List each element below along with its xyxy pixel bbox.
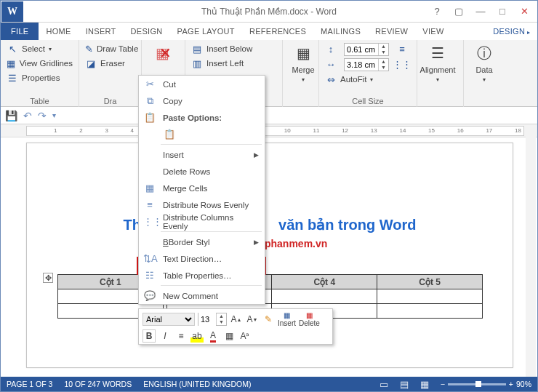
comment-icon: 💬 bbox=[143, 290, 156, 301]
menu-copy[interactable]: ⧉Copy bbox=[139, 92, 265, 109]
tab-view[interactable]: VIEW bbox=[415, 23, 451, 40]
mini-insert-button[interactable]: ▦Insert bbox=[278, 311, 296, 327]
save-icon[interactable]: 💾 bbox=[5, 110, 17, 121]
menu-distribute-cols[interactable]: ⋮⋮Distribute Columns Evenly bbox=[139, 213, 265, 230]
table-move-handle[interactable]: ✥ bbox=[43, 273, 53, 283]
maximize-button[interactable]: □ bbox=[492, 4, 513, 20]
help-icon[interactable]: ? bbox=[427, 4, 447, 20]
view-gridlines-button[interactable]: ▦View Gridlines bbox=[7, 57, 73, 69]
borders-button[interactable]: ▦ bbox=[222, 329, 236, 343]
group-label: Table bbox=[7, 97, 73, 107]
menu-paste-options: 📋Paste Options: bbox=[139, 109, 265, 126]
group-merge: ▦Merge▾ bbox=[283, 40, 319, 107]
distribute-rows-icon[interactable]: ≡ bbox=[396, 43, 408, 55]
eraser-button[interactable]: ◪Eraser bbox=[85, 57, 135, 69]
qat-customize-icon[interactable]: ▾ bbox=[52, 111, 56, 119]
tab-page-layout[interactable]: PAGE LAYOUT bbox=[170, 23, 242, 40]
zoom-in-icon[interactable]: + bbox=[509, 380, 513, 388]
context-menu: ✂Cut ⧉Copy 📋Paste Options: 📋 Insert▶ Del… bbox=[138, 75, 265, 305]
alignment-dropdown[interactable]: ☰Alignment▾ bbox=[423, 43, 452, 83]
tab-tools-design[interactable]: DESIGN ▸ bbox=[486, 23, 537, 40]
dist-cols-icon: ⋮⋮ bbox=[143, 216, 156, 227]
merge-icon: ▦ bbox=[293, 43, 313, 63]
select-button[interactable]: ↖Select▾ bbox=[7, 43, 73, 55]
dist-rows-icon: ≡ bbox=[143, 199, 156, 210]
properties-button[interactable]: ☰Properties bbox=[7, 72, 73, 84]
menu-cut[interactable]: ✂Cut bbox=[139, 76, 265, 92]
autofit-button[interactable]: ⇔AutoFit▾ bbox=[325, 73, 411, 85]
tab-review[interactable]: REVIEW bbox=[368, 23, 415, 40]
zoom-control[interactable]: − + 90% bbox=[441, 380, 531, 388]
increase-font-icon[interactable]: A▲ bbox=[230, 313, 243, 326]
group-data: ⓘData▾ bbox=[464, 40, 499, 107]
print-layout-icon[interactable]: ▤ bbox=[400, 379, 409, 390]
minimize-button[interactable]: — bbox=[470, 4, 491, 20]
menu-paste-default[interactable]: 📋 bbox=[139, 126, 265, 143]
paste-icon: 📋 bbox=[143, 112, 156, 123]
redo-icon[interactable]: ↷ bbox=[38, 110, 47, 121]
tab-home[interactable]: HOME bbox=[39, 23, 78, 40]
insert-left-button[interactable]: ▥Insert Left bbox=[191, 57, 276, 69]
properties-icon: ☰ bbox=[7, 72, 18, 84]
font-family-select[interactable]: Arial bbox=[142, 313, 195, 326]
vertical-scrollbar[interactable] bbox=[526, 124, 536, 377]
tab-design[interactable]: DESIGN bbox=[124, 23, 170, 40]
menu-delete-rows[interactable]: Delete Rows bbox=[139, 163, 265, 180]
row-height-input[interactable]: ▲▼ bbox=[344, 43, 389, 56]
italic-button[interactable]: I bbox=[158, 329, 172, 343]
menu-text-direction[interactable]: ⇅AText Direction… bbox=[139, 250, 265, 267]
undo-icon[interactable]: ↶ bbox=[23, 110, 32, 121]
data-dropdown[interactable]: ⓘData▾ bbox=[470, 43, 499, 83]
draw-table-button[interactable]: ✎Draw Table bbox=[85, 43, 135, 55]
read-mode-icon[interactable]: ▭ bbox=[380, 379, 388, 390]
font-color-button[interactable]: A bbox=[206, 329, 220, 343]
zoom-out-icon[interactable]: − bbox=[441, 380, 445, 388]
decrease-font-icon[interactable]: A▼ bbox=[246, 313, 259, 326]
tab-mailings[interactable]: MAILINGS bbox=[313, 23, 368, 40]
document-heading: Tha xxxxxxxxxxxxxxx văn bản trong Word bbox=[27, 216, 513, 233]
distribute-cols-icon[interactable]: ⋮⋮ bbox=[396, 58, 408, 70]
ribbon-toggle-icon[interactable]: ▢ bbox=[449, 4, 469, 20]
window-title: Thủ Thuật Phần Mềm.docx - Word bbox=[201, 7, 337, 17]
bold-button[interactable]: B bbox=[142, 329, 156, 343]
zoom-level[interactable]: 90% bbox=[516, 380, 531, 388]
menu-border-styles[interactable]: BBorder Styl▶ bbox=[139, 233, 265, 250]
data-icon: ⓘ bbox=[474, 43, 494, 63]
col-width-input[interactable]: ▲▼ bbox=[344, 58, 389, 71]
zoom-slider[interactable] bbox=[448, 383, 506, 385]
word-count[interactable]: 10 OF 247 WORDS bbox=[64, 380, 132, 388]
table-row: Cột 1 Cột 3 Cột 4 Cột 5 bbox=[58, 275, 483, 289]
delete-dropdown[interactable]: ▦✕ bbox=[149, 43, 178, 63]
page-indicator[interactable]: PAGE 1 OF 3 bbox=[7, 380, 52, 388]
mini-delete-button[interactable]: ▦Delete bbox=[299, 311, 320, 327]
height-icon: ↕ bbox=[325, 43, 337, 55]
align-button[interactable]: ≡ bbox=[174, 329, 188, 343]
group-alignment: ☰Alignment▾ bbox=[417, 40, 464, 107]
tab-references[interactable]: REFERENCES bbox=[242, 23, 313, 40]
clipboard-icon: 📋 bbox=[163, 129, 176, 140]
properties-icon: ☷ bbox=[143, 270, 156, 281]
styles-button[interactable]: Aᵃ bbox=[238, 329, 252, 343]
menu-table-properties[interactable]: ☷Table Properties… bbox=[139, 267, 265, 284]
tab-insert[interactable]: INSERT bbox=[79, 23, 124, 40]
insert-below-button[interactable]: ▤Insert Below bbox=[191, 43, 276, 55]
close-button[interactable]: ✕ bbox=[514, 4, 534, 20]
menu-distribute-rows[interactable]: ≡Distribute Rows Evenly bbox=[139, 196, 265, 213]
highlight-button[interactable]: ab bbox=[190, 329, 204, 343]
horizontal-ruler[interactable]: 123456789101112131415161718 bbox=[1, 124, 537, 137]
grid-icon: ▦ bbox=[7, 57, 16, 69]
delete-table-icon: ▦✕ bbox=[153, 43, 174, 63]
menu-insert[interactable]: Insert▶ bbox=[139, 146, 265, 163]
menu-new-comment[interactable]: 💬New Comment bbox=[139, 287, 265, 304]
document-subheading: - thuthuatphanmem.vn bbox=[27, 238, 513, 249]
font-size-input[interactable]: ▲▼ bbox=[198, 313, 227, 326]
format-painter-icon[interactable]: ✎ bbox=[262, 313, 275, 326]
language-indicator[interactable]: ENGLISH (UNITED KINGDOM) bbox=[143, 380, 251, 388]
web-layout-icon[interactable]: ▦ bbox=[420, 379, 429, 390]
table-header-cell: Cột 4 bbox=[272, 275, 377, 289]
row-below-icon: ▤ bbox=[191, 43, 203, 55]
tab-file[interactable]: FILE bbox=[1, 23, 39, 40]
merge-dropdown[interactable]: ▦Merge▾ bbox=[289, 43, 318, 83]
group-table: ↖Select▾ ▦View Gridlines ☰Properties Tab… bbox=[1, 40, 79, 107]
menu-merge-cells[interactable]: ▦Merge Cells bbox=[139, 180, 265, 196]
